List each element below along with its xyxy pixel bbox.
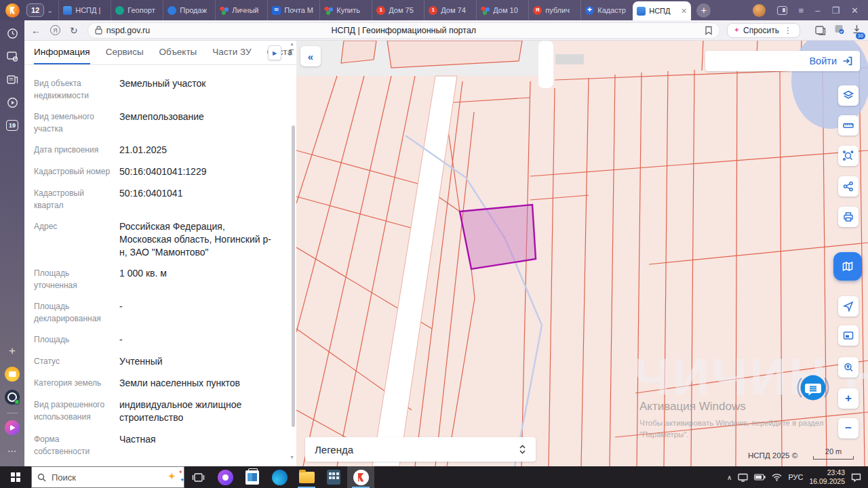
close-icon[interactable]: ✕ xyxy=(851,6,859,15)
start-button[interactable] xyxy=(0,466,31,488)
support-chat-button[interactable] xyxy=(795,369,831,406)
file-explorer-icon[interactable] xyxy=(293,466,320,488)
login-bar[interactable]: Войти xyxy=(705,51,860,71)
refresh-icon[interactable]: ↻ xyxy=(70,25,78,36)
field-label: Адрес xyxy=(34,220,119,259)
zoom-in-button[interactable]: + xyxy=(838,388,859,409)
collapse-panel-button[interactable]: « xyxy=(300,46,321,66)
browser-tab[interactable]: НСПД ✕ xyxy=(633,1,691,20)
messenger-icon[interactable] xyxy=(5,390,20,405)
restore-icon[interactable]: ❐ xyxy=(831,6,840,15)
share-button[interactable] xyxy=(838,176,859,197)
measure-button[interactable] xyxy=(838,115,859,136)
history-icon[interactable] xyxy=(5,26,20,41)
field-value: 21.01.2025 xyxy=(119,144,279,157)
browser-tab[interactable]: ✉ Почта М ✕ xyxy=(267,0,319,20)
active-map-tool-button[interactable] xyxy=(833,252,862,281)
tab-favicon-icon: 1 xyxy=(429,6,437,15)
zoom-out-button[interactable]: − xyxy=(838,418,859,439)
display-tray-icon[interactable] xyxy=(738,473,748,482)
taskbar-search[interactable]: Поиск ✦✦✦ xyxy=(31,466,184,488)
tab-title: Купить xyxy=(336,6,368,14)
task-view-button[interactable] xyxy=(184,466,212,488)
screenshot-icon[interactable] xyxy=(5,49,20,64)
downloads-icon[interactable]: 10 xyxy=(852,24,861,37)
expand-collapse-icon xyxy=(519,444,526,455)
ask-label: Спросить xyxy=(743,26,779,35)
feed-icon[interactable] xyxy=(5,72,20,87)
action-center-icon[interactable] xyxy=(851,473,861,482)
tray-expand-icon[interactable]: ∧ xyxy=(727,474,732,481)
browser-tab[interactable]: Продаж ✕ xyxy=(163,0,215,20)
browser-tab[interactable]: Личный ✕ xyxy=(215,0,267,20)
panel-tab[interactable]: Части ЗУ xyxy=(212,41,251,64)
reader-mode-icon[interactable]: Я xyxy=(50,25,60,35)
panel-tabs: Информация Сервисы Объекты Части ЗУ Сост… xyxy=(34,41,292,64)
bookmark-icon[interactable] xyxy=(705,26,713,35)
layers-button[interactable] xyxy=(838,85,859,106)
yandex-browser-logo-icon[interactable] xyxy=(5,3,20,18)
print-button[interactable] xyxy=(838,207,859,227)
sidebar-more-icon[interactable]: ⋯ xyxy=(5,443,20,458)
alice-icon[interactable] xyxy=(5,420,20,435)
browser-tab[interactable]: ✚ Кадастр ✕ xyxy=(580,0,633,20)
browser-tab[interactable]: 1 Дом 75 ✕ xyxy=(372,0,424,20)
overview-map-button[interactable] xyxy=(838,325,859,346)
browser-tab[interactable]: Дом 10 ✕ xyxy=(476,0,528,20)
tab-close-icon[interactable]: ✕ xyxy=(681,7,687,16)
back-icon[interactable]: ← xyxy=(31,25,41,36)
yandex-browser-taskbar-icon[interactable] xyxy=(347,466,374,488)
video-icon[interactable] xyxy=(5,95,20,110)
browser-tab[interactable]: Купить ✕ xyxy=(319,0,372,20)
chevron-down-icon[interactable]: ⌄ xyxy=(47,6,53,15)
battery-tray-icon[interactable] xyxy=(754,474,766,481)
field-label: Статус xyxy=(34,355,119,368)
mail-icon[interactable] xyxy=(5,367,20,382)
tab-favicon-icon xyxy=(115,6,124,15)
panel-scrollbar[interactable] xyxy=(292,125,295,427)
panel-tab-partial[interactable]: Г xyxy=(289,47,294,58)
object-search-button[interactable] xyxy=(838,146,859,166)
calculator-icon[interactable] xyxy=(320,466,347,488)
address-bar[interactable]: nspd.gov.ru НСПД | Геоинформационный пор… xyxy=(87,22,720,39)
search-placeholder: Поиск xyxy=(52,472,76,483)
legend-bar[interactable]: Легенда xyxy=(305,437,536,462)
tabs-panel-icon[interactable]: 19 xyxy=(5,118,20,133)
sidebar-add-icon[interactable]: + xyxy=(5,344,20,359)
more-vertical-icon[interactable]: ⋮ xyxy=(783,26,793,35)
microsoft-store-icon[interactable] xyxy=(239,466,266,488)
browser-sidebar: 19 + ⋯ xyxy=(0,20,24,466)
map-canvas[interactable]: ЧИЧИН Н Активация Windows Чтобы активиро… xyxy=(296,41,868,466)
wifi-tray-icon[interactable] xyxy=(772,474,782,481)
browser-tab[interactable]: Геопорт ✕ xyxy=(111,0,163,20)
scroll-down-icon[interactable]: ▼ xyxy=(290,455,294,460)
panel-tab[interactable]: Объекты xyxy=(159,41,197,64)
language-indicator[interactable]: РУС xyxy=(788,473,803,481)
scale-bar: 20 m xyxy=(813,447,854,460)
alice-taskbar-icon[interactable] xyxy=(212,466,239,488)
panel-tab[interactable]: Информация xyxy=(34,41,90,64)
info-field-row: Вид объекта недвижимости Земельный участ… xyxy=(34,77,279,102)
minimize-icon[interactable]: – xyxy=(815,6,820,15)
tab-counter-button[interactable]: 12 xyxy=(26,3,44,17)
browser-tab[interactable]: НСПД | ✕ xyxy=(58,0,111,20)
ask-ai-button[interactable]: ✦ Спросить ⋮ xyxy=(727,23,800,38)
side-panel-icon[interactable] xyxy=(777,6,787,15)
locate-button[interactable] xyxy=(838,296,859,317)
tray-time: 23:43 xyxy=(827,468,845,476)
search-location-button[interactable] xyxy=(838,357,859,378)
menu-icon[interactable]: ≡ xyxy=(799,6,804,15)
field-value: - xyxy=(119,300,279,325)
extension-icon[interactable] xyxy=(834,24,844,37)
profile-avatar[interactable] xyxy=(753,4,766,17)
browser-tab[interactable]: 1 Дом 74 ✕ xyxy=(424,0,476,20)
panel-tab[interactable]: Сервисы xyxy=(106,41,144,64)
field-label: Площадь уточненная xyxy=(34,267,119,291)
clock[interactable]: 23:43 16.09.2025 xyxy=(809,468,845,486)
collections-icon[interactable] xyxy=(815,26,826,35)
panel-tabs-next-button[interactable]: ▶ xyxy=(268,45,281,60)
scroll-up-icon[interactable]: ▲ xyxy=(290,41,294,46)
edge-icon[interactable] xyxy=(266,466,293,488)
new-tab-button[interactable]: + xyxy=(696,3,711,18)
browser-tab[interactable]: Я публич ✕ xyxy=(528,0,580,20)
